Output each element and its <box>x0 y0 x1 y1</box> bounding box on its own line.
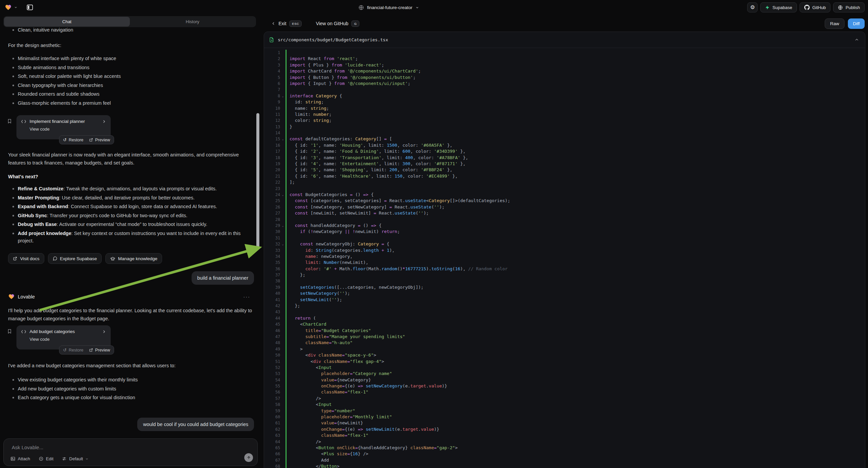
restore-icon: ↺ <box>63 138 67 142</box>
diff-toggle-button[interactable]: Diff <box>848 19 865 29</box>
visit-docs-button[interactable]: Visit docs <box>8 253 44 264</box>
fold-gutter <box>280 352 285 358</box>
line-number: 48 <box>264 340 280 346</box>
code-line: 52 <Input <box>264 364 865 371</box>
tab-chat[interactable]: Chat <box>4 17 130 27</box>
fold-chevron-icon[interactable]: ⌄ <box>280 223 285 229</box>
fold-gutter <box>280 389 285 395</box>
bullet-dot <box>12 76 14 77</box>
chat-history-tabs: Chat History <box>3 16 256 27</box>
chat-scrollbar-thumb[interactable] <box>256 113 259 250</box>
code-listing[interactable]: 12import React from 'react';3import { Pl… <box>264 48 865 468</box>
fold-gutter <box>280 371 285 377</box>
fold-gutter <box>280 284 285 290</box>
code-line: 38 <box>264 278 865 284</box>
line-number: 63 <box>264 432 280 438</box>
code-icon <box>21 330 26 334</box>
collapse-file-button[interactable] <box>855 38 859 42</box>
explore-supabase-button[interactable]: Explore Supabase <box>48 253 102 264</box>
list-item: View existing budget categories with the… <box>3 376 255 385</box>
fold-gutter <box>280 161 285 167</box>
fold-chevron-icon[interactable]: ⌄ <box>280 241 285 247</box>
workspace-chevron-down-icon[interactable] <box>14 6 18 9</box>
send-button[interactable] <box>244 453 253 462</box>
project-title: financial-future-creator <box>367 5 412 10</box>
restore-button[interactable]: ↺ Restore <box>63 348 84 352</box>
project-menu[interactable]: financial-future-creator <box>358 0 419 15</box>
fold-gutter <box>280 272 285 278</box>
code-line: 53 placeholder="Category name" <box>264 371 865 377</box>
snippet-card-add-budget-categories[interactable]: Add budget categories View code ↺ Restor… <box>17 325 111 350</box>
list-item: Rounded corners and subtle shadows <box>3 90 255 99</box>
prompt-input-box[interactable]: Ask Lovable... Attach Edit Default <box>3 438 258 466</box>
lovable-logo[interactable] <box>5 4 12 11</box>
code-line: 8⌄interface Category { <box>264 93 865 99</box>
attach-button[interactable]: Attach <box>10 456 30 461</box>
publish-button[interactable]: Publish <box>833 2 865 12</box>
restore-button[interactable]: ↺ Restore <box>63 138 84 142</box>
code-line: 66 <Plus size={16} /> <box>264 451 865 457</box>
fold-gutter <box>280 297 285 303</box>
model-selector[interactable]: Default <box>62 456 89 461</box>
code-line: 13} <box>264 124 865 130</box>
fold-gutter <box>280 383 285 389</box>
preview-button[interactable]: Preview <box>89 138 110 142</box>
restore-icon: ↺ <box>63 348 67 352</box>
line-number: 2 <box>264 56 280 62</box>
raw-toggle-button[interactable]: Raw <box>825 19 844 29</box>
snippet-actions-bar: ↺ Restore Preview <box>59 135 114 144</box>
line-number: 19 <box>264 161 280 167</box>
code-line: 40 setNewCategory(''); <box>264 290 865 296</box>
line-number: 39 <box>264 284 280 290</box>
supabase-button[interactable]: Supabase <box>760 2 797 12</box>
message-more-menu[interactable]: ··· <box>243 294 250 299</box>
assistant-header: Lovable ··· <box>8 293 254 300</box>
fold-gutter <box>280 117 285 123</box>
line-number: 54 <box>264 377 280 383</box>
snippet-card-implement-planner[interactable]: Implement financial planner View code ↺ … <box>17 115 111 139</box>
fold-gutter <box>280 402 285 408</box>
line-number: 5 <box>264 75 280 81</box>
github-icon <box>804 5 810 10</box>
list-item: Soft, neutral color palette with light b… <box>3 72 255 82</box>
view-on-github-button[interactable]: View on GitHub G <box>316 21 359 27</box>
line-number: 33 <box>264 247 280 254</box>
line-number: 49 <box>264 346 280 352</box>
manage-knowledge-button[interactable]: Manage knowledge <box>105 253 162 264</box>
settings-button[interactable]: ⚙ <box>747 2 757 12</box>
line-number: 10 <box>264 106 280 112</box>
file-header[interactable]: src/components/budget/BudgetCategories.t… <box>264 32 865 48</box>
fold-gutter <box>280 396 285 402</box>
tab-history[interactable]: History <box>130 17 256 27</box>
view-code-link[interactable]: View code <box>30 337 106 342</box>
line-number: 43 <box>264 309 280 315</box>
list-item: GitHub Sync: Transfer your project's cod… <box>3 212 256 221</box>
line-number: 21 <box>264 173 280 179</box>
line-number: 38 <box>264 278 280 284</box>
github-button[interactable]: GitHub <box>800 2 830 12</box>
preview-button[interactable]: Preview <box>89 348 110 352</box>
exit-button[interactable]: Exit ESC <box>272 21 302 27</box>
line-number: 44 <box>264 315 280 321</box>
bookmark-icon[interactable] <box>7 118 12 124</box>
external-link-icon <box>13 256 18 261</box>
fold-gutter <box>280 124 285 130</box>
fold-chevron-icon[interactable]: ⌄ <box>280 136 285 142</box>
code-line: 43 <box>264 309 865 315</box>
bookmark-icon[interactable] <box>7 329 12 334</box>
sidebar-toggle-button[interactable] <box>26 4 34 11</box>
fold-gutter <box>280 290 285 296</box>
edit-mode-button[interactable]: Edit <box>39 456 53 461</box>
fold-gutter <box>280 328 285 334</box>
fold-gutter <box>280 457 285 463</box>
bullet-dot <box>12 67 14 68</box>
fold-gutter <box>280 254 285 260</box>
fold-gutter <box>280 427 285 432</box>
line-number: 20 <box>264 167 280 173</box>
bullet-dot <box>12 397 14 399</box>
line-number: 32 <box>264 241 280 247</box>
view-code-link[interactable]: View code <box>30 126 106 131</box>
fold-chevron-icon[interactable]: ⌄ <box>280 192 285 198</box>
code-line: 22]; <box>264 179 865 185</box>
fold-chevron-icon[interactable]: ⌄ <box>280 93 285 99</box>
